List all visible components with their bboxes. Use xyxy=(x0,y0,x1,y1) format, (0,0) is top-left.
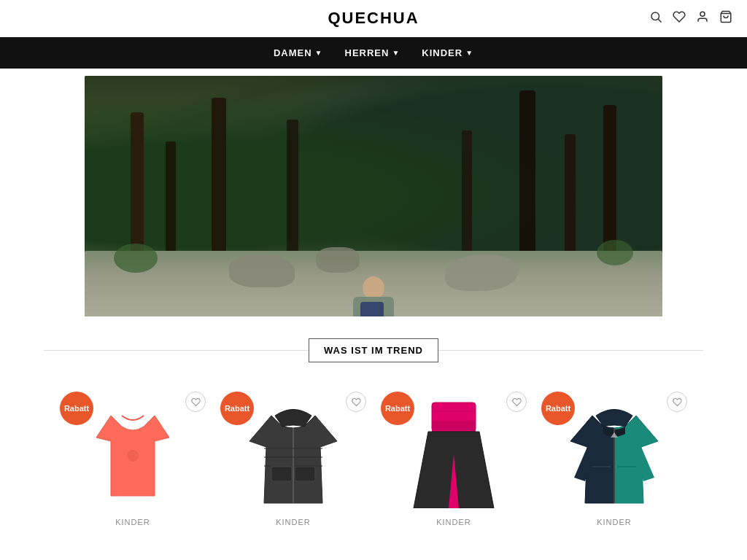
main-nav: DAMEN ▼ HERREN ▼ KINDER ▼ xyxy=(0,37,747,69)
wishlist-button[interactable] xyxy=(346,392,366,412)
product-image-container: Rabatt xyxy=(381,392,527,512)
trending-title: WAS IST IM TREND xyxy=(309,338,438,362)
account-icon[interactable] xyxy=(696,10,709,27)
svg-line-1 xyxy=(658,19,661,22)
rainjacket-image xyxy=(567,397,662,507)
product-category: KINDER xyxy=(60,518,206,526)
nav-item-kinder[interactable]: KINDER ▼ xyxy=(422,47,473,58)
header: QUECHUA xyxy=(0,0,747,37)
chevron-down-icon: ▼ xyxy=(315,49,323,57)
divider-line-left xyxy=(44,350,309,351)
header-icons xyxy=(649,10,732,27)
chevron-down-icon: ▼ xyxy=(392,49,400,57)
svg-point-4 xyxy=(127,450,139,462)
product-badge: Rabatt xyxy=(220,392,254,425)
product-badge: Rabatt xyxy=(541,392,575,425)
jacket-image xyxy=(246,397,341,507)
nav-item-damen[interactable]: DAMEN ▼ xyxy=(274,47,323,58)
product-card-tshirt: Rabatt KINDER xyxy=(53,384,213,534)
product-category: KINDER xyxy=(381,518,527,526)
products-row: Rabatt KINDER Rabatt xyxy=(0,377,747,541)
hero-section xyxy=(0,69,747,324)
product-category: KINDER xyxy=(541,518,687,526)
hero-image xyxy=(85,76,662,316)
chevron-down-icon: ▼ xyxy=(465,49,473,57)
tshirt-image xyxy=(89,401,177,503)
product-card-jacket: Rabatt KINDER xyxy=(213,384,374,534)
product-card-rainjacket: Rabatt xyxy=(534,384,694,534)
product-image-container: Rabatt xyxy=(220,392,366,512)
wishlist-button[interactable] xyxy=(185,392,206,412)
product-image-container: Rabatt xyxy=(541,392,687,512)
svg-point-0 xyxy=(651,12,659,20)
wishlist-icon[interactable] xyxy=(673,10,686,27)
product-image-container: Rabatt xyxy=(60,392,206,512)
nav-label-damen: DAMEN xyxy=(274,47,312,58)
trending-section-divider: WAS IST IM TREND xyxy=(44,338,703,362)
svg-rect-6 xyxy=(271,467,292,481)
product-badge: Rabatt xyxy=(60,392,93,425)
product-badge: Rabatt xyxy=(381,392,414,425)
svg-rect-7 xyxy=(295,467,315,481)
nav-item-herren[interactable]: HERREN ▼ xyxy=(345,47,400,58)
skirt-image xyxy=(406,395,501,508)
wishlist-button[interactable] xyxy=(667,392,687,412)
product-card-skirt: Rabatt KINDER xyxy=(374,384,534,534)
nav-label-herren: HERREN xyxy=(345,47,390,58)
site-logo: QUECHUA xyxy=(328,9,419,28)
search-icon[interactable] xyxy=(649,10,662,27)
product-category: KINDER xyxy=(220,518,366,526)
svg-point-2 xyxy=(700,12,705,16)
wishlist-button[interactable] xyxy=(506,392,527,412)
divider-line-right xyxy=(438,350,703,351)
cart-icon[interactable] xyxy=(719,10,732,27)
nav-label-kinder: KINDER xyxy=(422,47,462,58)
